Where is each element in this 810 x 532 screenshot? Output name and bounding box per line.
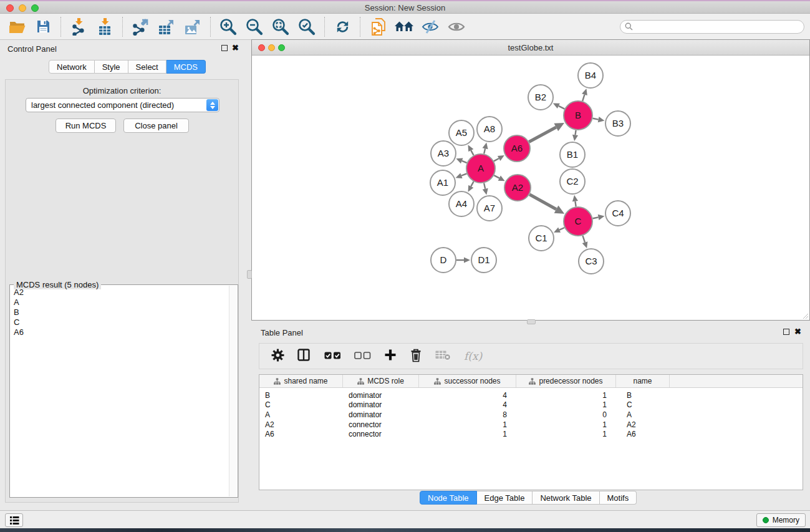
close-panel-button[interactable]: Close panel [123, 118, 189, 133]
cell-predecessor-nodes[interactable]: 1 [516, 420, 616, 429]
close-panel-icon[interactable]: ✖ [794, 329, 801, 335]
zoom-out-button[interactable] [241, 16, 268, 38]
close-panel-icon[interactable]: ✖ [232, 45, 239, 51]
cell-MCDS-role[interactable]: connector [343, 420, 419, 429]
graph-edge-A2-C[interactable] [529, 195, 556, 210]
save-session-button[interactable] [30, 16, 56, 38]
splitpane-divider-handle[interactable] [247, 270, 252, 279]
tab-network[interactable]: Network [49, 60, 95, 74]
zoom-selected-button[interactable] [294, 16, 320, 38]
tab-node-table[interactable]: Node Table [420, 491, 477, 505]
table-row[interactable]: Adominator80A [259, 410, 803, 420]
graph-edge-A-A8[interactable] [484, 148, 485, 153]
graph-edge-C-C2[interactable] [575, 201, 576, 207]
tab-edge-table[interactable]: Edge Table [477, 491, 533, 505]
cell-predecessor-nodes[interactable]: 0 [516, 410, 616, 419]
column-header[interactable]: predecessor nodes [516, 375, 616, 387]
cell-successor-nodes[interactable]: 1 [419, 430, 516, 438]
tab-mcds[interactable]: MCDS [166, 60, 206, 74]
cell-predecessor-nodes[interactable]: 1 [516, 391, 616, 400]
graph-edge-B-B4[interactable] [582, 95, 584, 102]
zoom-in-button[interactable] [215, 16, 241, 38]
apply-function-button[interactable]: f(x) [464, 350, 482, 362]
graph-edge-A-A2[interactable] [494, 175, 499, 178]
task-history-button[interactable] [5, 513, 23, 527]
run-mcds-button[interactable]: Run MCDS [55, 118, 116, 133]
mcds-result-item[interactable]: A6 [11, 327, 228, 337]
graph-edge-A-A5[interactable] [471, 150, 473, 155]
table-row[interactable]: A2connector11A2 [259, 420, 803, 430]
criterion-select[interactable]: largest connected component (directed) [26, 98, 219, 112]
mcds-result-item[interactable]: A2 [11, 288, 228, 297]
search-input[interactable] [620, 20, 804, 34]
memory-button[interactable]: Memory [756, 513, 806, 527]
graph-edge-B-B1[interactable] [576, 130, 576, 135]
show-column-button[interactable] [297, 349, 311, 364]
mcds-result-scrollbar[interactable] [229, 286, 237, 496]
delete-table-button[interactable] [435, 349, 451, 363]
mcds-result-item[interactable]: C [11, 317, 228, 327]
cell-successor-nodes[interactable]: 4 [419, 391, 516, 400]
cell-predecessor-nodes[interactable]: 1 [516, 400, 616, 409]
cell-shared-name[interactable]: B [259, 391, 343, 400]
open-session-button[interactable] [4, 16, 30, 38]
select-all-button[interactable] [324, 351, 341, 362]
cell-name[interactable]: B [616, 391, 670, 400]
graph-edge-A-A6[interactable] [494, 158, 499, 161]
cell-MCDS-role[interactable]: dominator [343, 391, 419, 400]
cell-name[interactable]: A6 [616, 430, 670, 438]
cell-successor-nodes[interactable]: 8 [419, 410, 516, 419]
graph-edge-A-A3[interactable] [462, 161, 467, 163]
splitpane-divider-handle[interactable] [527, 319, 536, 324]
deselect-all-button[interactable] [354, 351, 371, 362]
graph-edge-A-A1[interactable] [461, 173, 467, 175]
float-panel-icon[interactable] [221, 45, 228, 51]
graph-edge-C-C4[interactable] [593, 217, 599, 218]
graph-edge-A-A4[interactable] [471, 181, 473, 186]
export-network-button[interactable] [127, 16, 153, 38]
cell-name[interactable]: C [616, 400, 670, 409]
table-settings-button[interactable] [271, 349, 284, 364]
import-network-button[interactable] [65, 16, 92, 38]
export-table-button[interactable] [153, 16, 180, 38]
delete-row-button[interactable] [410, 348, 422, 365]
tab-motifs[interactable]: Motifs [600, 491, 637, 505]
column-header[interactable]: shared name [259, 375, 343, 387]
graph-edge-C-C1[interactable] [559, 228, 564, 230]
cell-shared-name[interactable]: A6 [259, 430, 343, 438]
import-table-button[interactable] [92, 16, 118, 38]
graph-edge-C-C3[interactable] [582, 236, 585, 243]
cell-successor-nodes[interactable]: 1 [419, 420, 516, 429]
column-header[interactable]: MCDS role [343, 375, 419, 387]
zoom-fit-button[interactable] [268, 16, 294, 38]
graph-edge-A6-B[interactable] [529, 127, 556, 142]
mcds-result-item[interactable]: B [11, 307, 228, 317]
graph-edge-A-A7[interactable] [484, 183, 485, 188]
export-image-button[interactable] [180, 16, 206, 38]
cell-successor-nodes[interactable]: 4 [419, 400, 516, 409]
add-row-button[interactable] [384, 349, 397, 364]
table-row[interactable]: A6connector11A6 [259, 429, 803, 439]
clone-network-button[interactable] [365, 16, 391, 38]
show-network-button[interactable] [443, 16, 470, 38]
cell-name[interactable]: A [616, 410, 670, 419]
refresh-view-button[interactable] [329, 16, 355, 38]
tab-network-table[interactable]: Network Table [533, 491, 599, 505]
mcds-result-item[interactable]: A [11, 297, 228, 307]
network-window-titlebar[interactable]: testGlobe.txt [252, 40, 809, 56]
cell-shared-name[interactable]: A2 [259, 420, 343, 429]
home-button[interactable] [391, 16, 417, 38]
cell-predecessor-nodes[interactable]: 1 [516, 430, 616, 438]
table-row[interactable]: Bdominator41B [259, 390, 803, 400]
column-header[interactable]: successor nodes [419, 375, 516, 387]
cell-shared-name[interactable]: A [259, 410, 343, 419]
cell-MCDS-role[interactable]: connector [343, 430, 419, 438]
cell-MCDS-role[interactable]: dominator [343, 400, 419, 409]
tab-select[interactable]: Select [128, 60, 166, 74]
column-header[interactable]: name [616, 375, 670, 387]
network-canvas[interactable]: AA1A2A3A4A5A6A7A8BB1B2B3B4CC1C2C3C4DD1 [252, 56, 809, 320]
table-row[interactable]: Cdominator41C [259, 400, 803, 410]
graph-edge-B-B3[interactable] [593, 118, 599, 120]
cell-shared-name[interactable]: C [259, 400, 343, 409]
float-panel-icon[interactable] [783, 329, 789, 335]
